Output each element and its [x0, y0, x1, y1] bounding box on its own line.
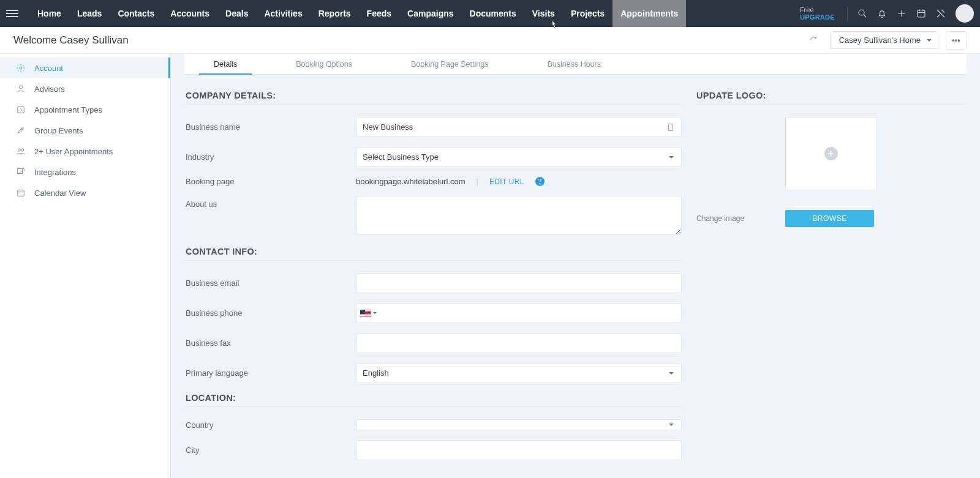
- logo-panel: UPDATE LOGO: + Change image BROWSE: [696, 88, 965, 470]
- sidebar-item-advisors[interactable]: Advisors: [0, 78, 170, 99]
- change-image-label: Change image: [696, 214, 785, 223]
- plan-block: Free UPGRADE: [800, 6, 835, 21]
- sidebar-item-2-user-appointments[interactable]: 2+ User Appointments: [0, 141, 170, 162]
- city-input[interactable]: [356, 440, 682, 460]
- person-icon: [16, 84, 26, 94]
- divider: [847, 7, 848, 20]
- divider: [186, 260, 682, 261]
- booking-page-url: bookingpage.whitelabelurl.com: [356, 177, 466, 186]
- svg-rect-17: [669, 124, 673, 130]
- people-icon: [16, 146, 26, 156]
- primary-language-value: English: [363, 368, 389, 378]
- hamburger-menu-icon[interactable]: [6, 10, 18, 17]
- sidebar-item-calendar-view[interactable]: Calendar View: [0, 182, 170, 203]
- url-separator: |: [477, 177, 478, 186]
- business-name-input[interactable]: [356, 117, 682, 137]
- sidebar-item-integrations[interactable]: Integrations: [0, 162, 170, 182]
- svg-point-8: [20, 67, 22, 69]
- label-primary-language: Primary language: [186, 368, 356, 378]
- edit-url-link[interactable]: EDIT URL: [489, 177, 524, 186]
- label-industry: Industry: [186, 152, 356, 162]
- svg-point-12: [18, 149, 20, 151]
- tabs: DetailsBooking OptionsBooking Page Setti…: [184, 54, 967, 75]
- external-icon: [16, 167, 26, 177]
- section-title-contact: CONTACT INFO:: [186, 247, 682, 256]
- upgrade-link[interactable]: UPGRADE: [800, 13, 835, 21]
- tab-business-hours[interactable]: Business Hours: [518, 54, 630, 74]
- calendar-icon[interactable]: [913, 5, 930, 22]
- nav-item-home[interactable]: Home: [29, 0, 69, 27]
- section-title-logo: UPDATE LOGO:: [696, 91, 965, 100]
- calendar-icon: [16, 188, 26, 198]
- more-button[interactable]: •••: [946, 31, 967, 50]
- sidebar-item-appointment-types[interactable]: Appointment Types: [0, 99, 170, 120]
- svg-rect-10: [18, 106, 24, 113]
- business-phone-input[interactable]: [356, 303, 682, 323]
- bell-icon[interactable]: [873, 5, 891, 22]
- label-business-fax: Business fax: [186, 338, 356, 348]
- svg-point-0: [859, 10, 864, 15]
- browse-button[interactable]: BROWSE: [785, 210, 874, 227]
- sidebar-item-label: Integrations: [34, 168, 76, 177]
- user-avatar[interactable]: [956, 4, 974, 23]
- divider: [186, 406, 682, 407]
- nav-item-projects[interactable]: Projects: [563, 0, 612, 27]
- svg-point-13: [21, 149, 24, 151]
- label-country: Country: [186, 420, 356, 430]
- label-city: City: [186, 446, 356, 455]
- primary-language-select[interactable]: English: [356, 363, 682, 383]
- svg-point-9: [19, 86, 22, 89]
- tab-details[interactable]: Details: [184, 54, 266, 74]
- sidebar: AccountAdvisorsAppointment TypesGroup Ev…: [0, 54, 171, 478]
- industry-select[interactable]: Select Business Type: [356, 147, 682, 167]
- calendar-check-icon: [16, 105, 26, 114]
- nav-item-feeds[interactable]: Feeds: [359, 0, 399, 27]
- welcome-text: Welcome Casey Sullivan: [13, 34, 129, 47]
- sidebar-item-group-events[interactable]: Group Events: [0, 120, 170, 141]
- top-nav: HomeLeadsContactsAccountsDealsActivities…: [0, 0, 980, 27]
- subheader: Welcome Casey Sullivan Casey Sullivan's …: [0, 27, 980, 54]
- details-form: COMPANY DETAILS: Business name Industry: [186, 88, 682, 470]
- nav-item-reports[interactable]: Reports: [311, 0, 359, 27]
- nav-item-accounts[interactable]: Accounts: [162, 0, 217, 27]
- nav-item-deals[interactable]: Deals: [217, 0, 256, 27]
- nav-item-activities[interactable]: Activities: [256, 0, 310, 27]
- svg-line-1: [864, 15, 866, 17]
- nav-item-leads[interactable]: Leads: [69, 0, 110, 27]
- reload-icon[interactable]: [805, 32, 823, 49]
- home-dropdown-label: Casey Sullivan's Home: [839, 35, 921, 45]
- divider: [696, 104, 965, 105]
- rocket-icon: [16, 125, 26, 135]
- tab-booking-options[interactable]: Booking Options: [266, 54, 382, 74]
- section-title-company: COMPANY DETAILS:: [186, 91, 682, 100]
- phone-country-selector[interactable]: [356, 304, 380, 323]
- building-icon: [666, 122, 676, 132]
- country-select[interactable]: [356, 419, 682, 430]
- nav-item-contacts[interactable]: Contacts: [110, 0, 162, 27]
- sidebar-item-label: Account: [34, 64, 63, 73]
- us-flag-icon: [360, 310, 371, 317]
- add-logo-icon[interactable]: +: [824, 147, 838, 160]
- plus-icon[interactable]: [893, 5, 910, 22]
- help-icon[interactable]: ?: [535, 177, 545, 186]
- nav-item-campaigns[interactable]: Campaigns: [399, 0, 461, 27]
- tab-booking-page-settings[interactable]: Booking Page Settings: [382, 54, 518, 74]
- nav-item-documents[interactable]: Documents: [462, 0, 524, 27]
- home-dropdown[interactable]: Casey Sullivan's Home: [830, 31, 938, 49]
- nav-item-visits[interactable]: Visits: [524, 0, 563, 27]
- business-email-input[interactable]: [356, 273, 682, 293]
- svg-rect-4: [918, 10, 925, 17]
- search-icon[interactable]: [854, 5, 871, 22]
- tools-icon[interactable]: [932, 5, 949, 22]
- nav-items: HomeLeadsContactsAccountsDealsActivities…: [29, 0, 686, 27]
- nav-item-appointments[interactable]: Appointments: [612, 0, 686, 27]
- label-business-phone: Business phone: [186, 308, 356, 318]
- about-us-textarea[interactable]: [356, 196, 682, 235]
- sidebar-item-account[interactable]: Account: [0, 58, 170, 78]
- main: DetailsBooking OptionsBooking Page Setti…: [171, 54, 980, 478]
- logo-dropzone[interactable]: +: [785, 117, 877, 190]
- plan-label: Free: [800, 6, 814, 13]
- business-fax-input[interactable]: [356, 333, 682, 353]
- label-business-name: Business name: [186, 122, 356, 132]
- label-business-email: Business email: [186, 278, 356, 288]
